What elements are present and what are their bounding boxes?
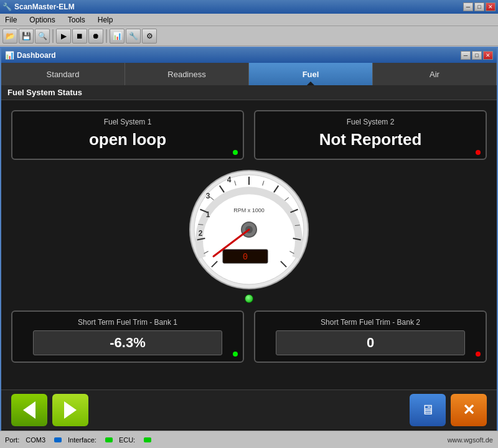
action-buttons: 🖥 ✕ bbox=[410, 394, 487, 426]
toolbar-sep-1 bbox=[52, 29, 54, 43]
toolbar-icon-7[interactable]: 📊 bbox=[110, 29, 125, 44]
outer-close-button[interactable]: ✕ bbox=[486, 2, 496, 11]
svg-text:0: 0 bbox=[243, 251, 249, 261]
toolbar-icon-2[interactable]: 💾 bbox=[19, 29, 34, 44]
fuel-card-1-title: Fuel System 1 bbox=[104, 118, 152, 126]
menu-file[interactable]: File bbox=[2, 16, 19, 24]
nav-buttons bbox=[11, 394, 88, 426]
outer-title-icon: 🔧 bbox=[2, 2, 12, 11]
menu-tools[interactable]: Tools bbox=[65, 16, 88, 24]
svg-text:4: 4 bbox=[227, 175, 232, 184]
tab-fuel[interactable]: Fuel bbox=[249, 63, 373, 85]
trim-card-2-value: 0 bbox=[367, 335, 374, 350]
inner-minimize-button[interactable]: ─ bbox=[461, 51, 471, 60]
interface-label: Interface: bbox=[68, 436, 96, 444]
svg-text:2: 2 bbox=[199, 229, 203, 238]
fuel-card-2-value: Not Reported bbox=[319, 130, 422, 149]
ecu-led bbox=[144, 437, 151, 442]
trim-card-1-value: -6.3% bbox=[110, 335, 145, 350]
trim-card-1-box: -6.3% bbox=[33, 330, 222, 355]
interface-led bbox=[105, 437, 113, 442]
svg-text:RPM x 1000: RPM x 1000 bbox=[233, 207, 265, 213]
inner-close-button[interactable]: ✕ bbox=[483, 51, 493, 60]
gauge-green-dot bbox=[245, 294, 253, 303]
trim-card-2-indicator bbox=[476, 352, 481, 357]
status-bar: Port: COM3 Interface: ECU: www.wgsoft.de bbox=[0, 431, 498, 448]
outer-maximize-button[interactable]: □ bbox=[474, 2, 484, 11]
back-arrow-icon bbox=[23, 401, 35, 419]
close-button[interactable]: ✕ bbox=[451, 394, 487, 426]
back-button[interactable] bbox=[11, 394, 47, 426]
monitor-icon: 🖥 bbox=[421, 402, 435, 418]
tabs-bar: Standard Readiness Fuel Air bbox=[1, 63, 497, 85]
toolbar-icon-9[interactable]: ⚙ bbox=[142, 29, 157, 44]
content-area: Fuel System 1 open loop Fuel System 2 No… bbox=[1, 100, 497, 373]
rpm-gauge: 1 1 2 3 4 RPM x 1000 bbox=[187, 167, 311, 292]
inner-maximize-button[interactable]: □ bbox=[472, 51, 482, 60]
fuel-cards-row: Fuel System 1 open loop Fuel System 2 No… bbox=[11, 110, 487, 160]
trim-card-2: Short Term Fuel Trim - Bank 2 0 bbox=[254, 310, 487, 363]
close-x-icon: ✕ bbox=[463, 401, 475, 419]
status-website: www.wgsoft.de bbox=[448, 436, 493, 444]
forward-button[interactable] bbox=[52, 394, 88, 426]
dashboard-icon: 📊 bbox=[5, 51, 14, 60]
toolbar-sep-2 bbox=[106, 29, 107, 43]
menu-help[interactable]: Help bbox=[95, 16, 116, 24]
forward-arrow-icon bbox=[64, 401, 77, 419]
toolbar-icon-6[interactable]: ⏺ bbox=[88, 29, 103, 44]
toolbar-icon-1[interactable]: 📂 bbox=[2, 29, 17, 44]
tab-readiness[interactable]: Readiness bbox=[125, 63, 249, 85]
inner-window-buttons: ─ □ ✕ bbox=[461, 51, 493, 60]
ecu-label: ECU: bbox=[119, 436, 135, 444]
svg-text:3: 3 bbox=[206, 192, 210, 200]
status-left: Port: COM3 Interface: ECU: bbox=[5, 436, 151, 444]
dashboard-title: Dashboard bbox=[17, 51, 56, 60]
inner-title: 📊 Dashboard bbox=[5, 51, 56, 60]
gauge-indicator bbox=[245, 294, 253, 303]
inner-titlebar: 📊 Dashboard ─ □ ✕ bbox=[1, 48, 497, 63]
outer-title: 🔧 ScanMaster-ELM bbox=[2, 2, 75, 11]
toolbar-icon-8[interactable]: 🔧 bbox=[126, 29, 141, 44]
inner-window: 📊 Dashboard ─ □ ✕ Standard Readiness Fue… bbox=[0, 47, 498, 448]
trim-card-1-title: Short Term Fuel Trim - Bank 1 bbox=[78, 318, 177, 327]
port-led bbox=[54, 437, 62, 442]
fuel-card-2-title: Fuel System 2 bbox=[347, 118, 395, 126]
outer-titlebar: 🔧 ScanMaster-ELM ─ □ ✕ bbox=[0, 0, 498, 14]
trim-card-1: Short Term Fuel Trim - Bank 1 -6.3% bbox=[11, 310, 244, 363]
bottom-bar: 🖥 ✕ bbox=[1, 390, 497, 429]
tab-standard[interactable]: Standard bbox=[1, 63, 125, 85]
menubar: File Options Tools Help bbox=[0, 14, 498, 26]
port-label: Port: bbox=[5, 436, 19, 444]
toolbar: 📂 💾 🔍 ▶ ⏹ ⏺ 📊 🔧 ⚙ bbox=[0, 26, 498, 46]
outer-minimize-button[interactable]: ─ bbox=[463, 2, 473, 11]
toolbar-icon-4[interactable]: ▶ bbox=[56, 29, 71, 44]
gauge-area: 1 1 2 3 4 RPM x 1000 bbox=[11, 167, 487, 303]
svg-text:1: 1 bbox=[206, 210, 210, 219]
trim-card-1-indicator bbox=[233, 352, 238, 357]
fuel-card-1-value: open loop bbox=[89, 130, 166, 149]
trim-card-2-title: Short Term Fuel Trim - Bank 2 bbox=[321, 318, 420, 327]
outer-window-buttons: ─ □ ✕ bbox=[463, 2, 496, 11]
trim-card-2-box: 0 bbox=[276, 330, 465, 355]
svg-line-17 bbox=[295, 225, 300, 226]
outer-title-text: ScanMaster-ELM bbox=[14, 2, 75, 11]
tab-air[interactable]: Air bbox=[373, 63, 497, 85]
fuel-card-2-indicator bbox=[476, 150, 481, 155]
toolbar-icon-5[interactable]: ⏹ bbox=[72, 29, 87, 44]
menu-options[interactable]: Options bbox=[27, 16, 57, 24]
monitor-button[interactable]: 🖥 bbox=[410, 394, 446, 426]
port-value: COM3 bbox=[26, 436, 45, 444]
gauge-svg: 1 1 2 3 4 RPM x 1000 bbox=[187, 167, 311, 292]
fuel-card-2: Fuel System 2 Not Reported bbox=[254, 110, 487, 160]
trim-cards-row: Short Term Fuel Trim - Bank 1 -6.3% Shor… bbox=[11, 310, 487, 363]
fuel-card-1-indicator bbox=[233, 150, 238, 155]
fuel-card-1: Fuel System 1 open loop bbox=[11, 110, 244, 160]
section-title: Fuel System Status bbox=[1, 85, 497, 100]
toolbar-icon-3[interactable]: 🔍 bbox=[35, 29, 50, 44]
